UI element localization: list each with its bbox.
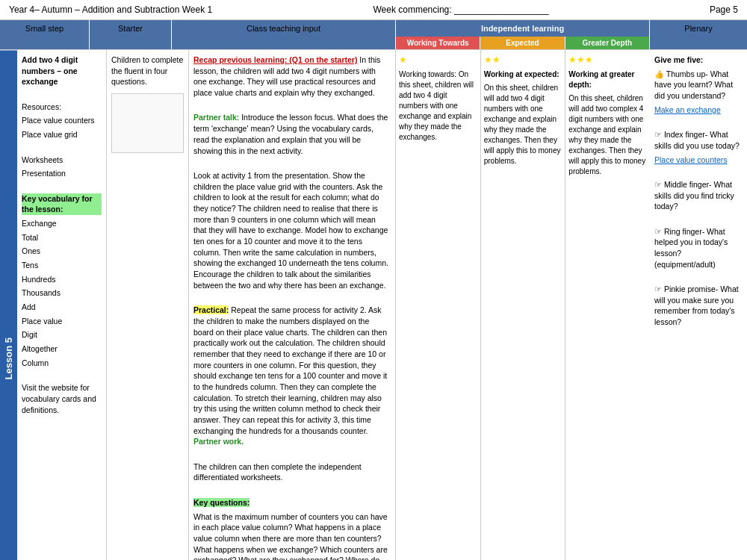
key-q-para: Key questions: bbox=[193, 497, 391, 508]
vocab-digit: Digit bbox=[22, 329, 102, 340]
vocab-label: Key vocabulary for the lesson: bbox=[22, 193, 102, 215]
greater-label: Working at greater depth: bbox=[568, 69, 647, 90]
key-q-text: What is the maximum number of counters y… bbox=[193, 511, 391, 561]
vocab-total: Total bbox=[22, 232, 102, 243]
para2-text: The children can then complete the indep… bbox=[193, 461, 391, 483]
partner-para: Partner talk: Introduce the lesson focus… bbox=[193, 112, 391, 156]
week-commencing: Week commencing: ___________________ bbox=[373, 4, 548, 15]
page-number: Page 5 bbox=[710, 4, 738, 15]
presentation: Presentation bbox=[22, 168, 102, 179]
expected-cell: ★★ Working at expected: On this sheet, c… bbox=[481, 50, 566, 560]
recap-para: Recap previous learning: (Q1 on the star… bbox=[193, 55, 391, 99]
small-step-title: Add two 4 digit numbers – one exchange bbox=[22, 55, 102, 87]
worksheets: Worksheets bbox=[22, 155, 102, 166]
recap-label: Recap previous learning: (Q1 on the star… bbox=[193, 55, 357, 64]
page-container: Year 4– Autumn – Addition and Subtractio… bbox=[0, 0, 747, 560]
expected-label: Working at expected: bbox=[484, 69, 562, 80]
plenary-pinkie: ☞ Pinkie promise- What will you make sur… bbox=[654, 284, 743, 328]
vocab-place-value: Place value bbox=[22, 316, 102, 327]
header-expected: Expected bbox=[480, 37, 565, 49]
page-header: Year 4– Autumn – Addition and Subtractio… bbox=[0, 0, 747, 20]
small-step-cell: Add two 4 digit numbers – one exchange R… bbox=[17, 50, 107, 560]
plenary-title: Give me five: bbox=[654, 55, 743, 66]
starter-text: Children to complete the fluent in four … bbox=[111, 55, 184, 87]
independent-cell: ★ Working towards: On this sheet, childr… bbox=[396, 50, 650, 560]
greater-stars: ★★★ bbox=[568, 54, 647, 66]
towards-cell: ★ Working towards: On this sheet, childr… bbox=[396, 50, 481, 560]
plenary-cell: Give me five: 👍 Thumbs up- What have you… bbox=[650, 50, 747, 560]
sub-spacer-4 bbox=[650, 37, 747, 49]
header-small-step: Small step bbox=[0, 20, 90, 37]
partner-label: Partner talk: bbox=[193, 113, 239, 122]
towards-text: Working towards: On this sheet, children… bbox=[399, 69, 477, 143]
make-exchange-link[interactable]: Make an exchange bbox=[654, 105, 743, 116]
page-title: Year 4– Autumn – Addition and Subtractio… bbox=[9, 4, 212, 15]
plenary-middle: ☞ Middle finger- What skills did you fin… bbox=[654, 179, 743, 212]
ind-sub-header-row: Working Towards Expected Greater Depth bbox=[396, 37, 650, 49]
vocab-add: Add bbox=[22, 302, 102, 313]
header-teaching: Class teaching input bbox=[172, 20, 396, 37]
towards-stars: ★ bbox=[399, 54, 477, 66]
vocab-hundreds: Hundreds bbox=[22, 274, 102, 285]
greater-cell: ★★★ Working at greater depth: On this sh… bbox=[565, 50, 650, 560]
resources-label: Resources: bbox=[22, 102, 102, 113]
independent-sub-headers: Working Towards Expected Greater Depth bbox=[0, 37, 747, 49]
vocab-exchange: Exchange bbox=[22, 218, 102, 229]
practical-text: Repeat the same process for activity 2. … bbox=[193, 305, 387, 435]
vocab-ones: Ones bbox=[22, 246, 102, 257]
main-row: Lesson 5 Add two 4 digit numbers – one e… bbox=[0, 49, 747, 560]
key-q-label: Key questions: bbox=[193, 498, 249, 507]
column-headers: Small step Starter Class teaching input … bbox=[0, 20, 747, 37]
vocab-visit: Visit the website for vocabulary cards a… bbox=[22, 382, 102, 415]
plenary-ring: ☞ Ring finger- What helped you in today'… bbox=[654, 226, 743, 270]
lesson-label: Lesson 5 bbox=[0, 50, 17, 560]
vocab-column: Column bbox=[22, 358, 102, 369]
para1-text: Look at activity 1 from the presentation… bbox=[193, 170, 391, 291]
header-starter: Starter bbox=[90, 20, 172, 37]
header-greater: Greater Depth bbox=[565, 37, 650, 49]
resource-1: Place value counters bbox=[22, 115, 102, 126]
header-independent: Independent learning bbox=[396, 20, 650, 37]
starter-cell: Children to complete the fluent in four … bbox=[107, 50, 189, 560]
place-value-counters-link[interactable]: Place value counters bbox=[654, 155, 743, 166]
expected-stars: ★★ bbox=[484, 54, 562, 66]
resource-2: Place value grid bbox=[22, 129, 102, 140]
plenary-thumbs: 👍 Thumbs up- What have you learnt? What … bbox=[654, 69, 743, 102]
greater-text: On this sheet, children will add two com… bbox=[568, 93, 647, 177]
partner-work: Partner work. bbox=[193, 437, 244, 446]
practical-label: Practical: bbox=[193, 305, 229, 314]
sub-spacer-1 bbox=[0, 37, 90, 49]
practical-para: Practical: Repeat the same process for a… bbox=[193, 305, 391, 447]
starter-image-placeholder bbox=[111, 93, 184, 153]
expected-text: On this sheet, children will add two 4 d… bbox=[484, 83, 562, 167]
sub-spacer-2 bbox=[90, 37, 172, 49]
teaching-cell: Recap previous learning: (Q1 on the star… bbox=[189, 50, 396, 560]
plenary-index: ☞ Index finger- What skills did you use … bbox=[654, 129, 743, 151]
sub-spacer-3 bbox=[172, 37, 396, 49]
header-towards: Working Towards bbox=[396, 37, 480, 49]
header-plenary: Plenary bbox=[650, 20, 747, 37]
vocab-thousands: Thousands bbox=[22, 287, 102, 299]
vocab-tens: Tens bbox=[22, 260, 102, 271]
vocab-altogether: Altogether bbox=[22, 343, 102, 355]
